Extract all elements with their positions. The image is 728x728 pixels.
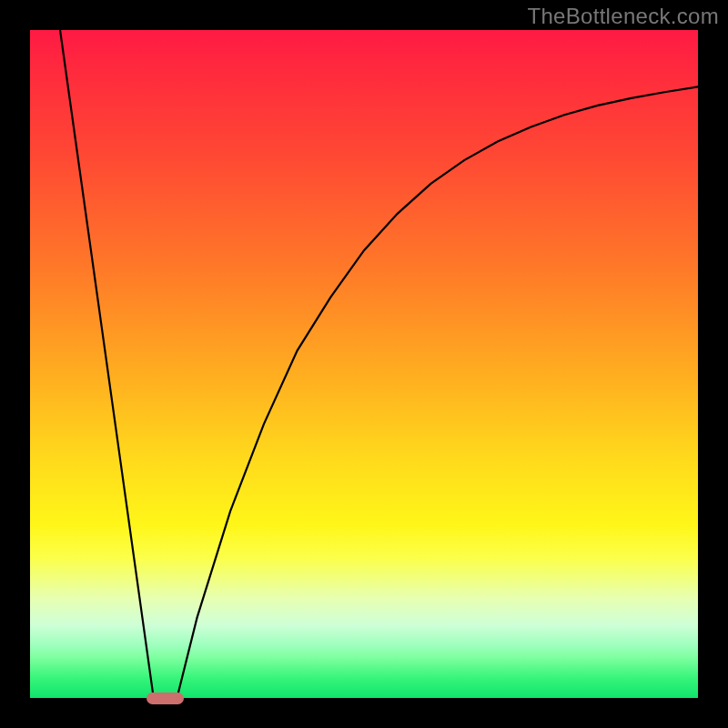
optimal-marker	[147, 693, 183, 704]
curve-right-branch	[177, 86, 698, 698]
watermark-text: TheBottleneck.com	[527, 4, 719, 29]
chart-plot-area	[30, 30, 698, 698]
curve-left-branch	[60, 30, 154, 698]
chart-frame: TheBottleneck.com	[0, 0, 728, 728]
chart-curve	[30, 30, 698, 698]
